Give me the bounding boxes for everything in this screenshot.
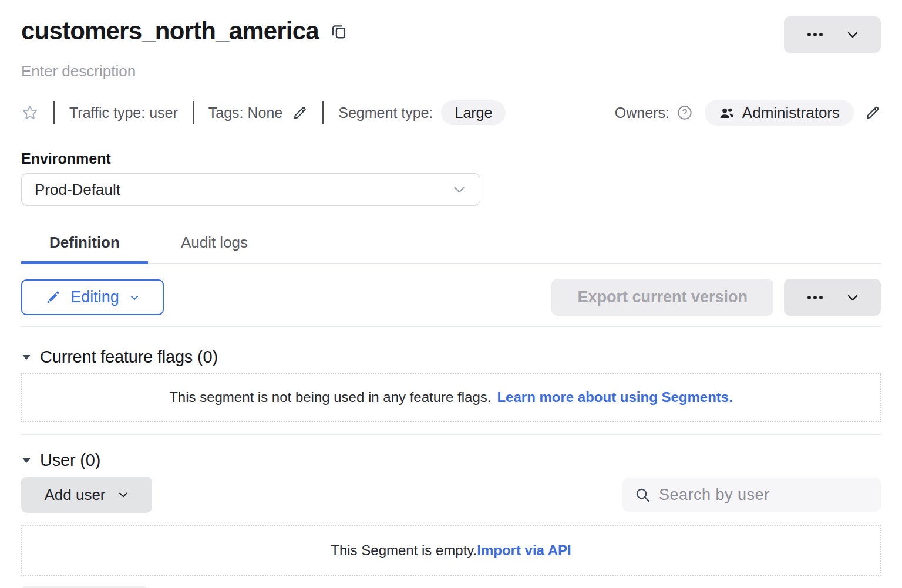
chevron-down-icon	[452, 182, 467, 197]
people-icon	[719, 105, 735, 121]
star-icon[interactable]	[21, 104, 39, 121]
segment-type-label: Segment type:	[338, 104, 433, 121]
editing-mode-button[interactable]: Editing	[21, 279, 164, 315]
page-title: customers_north_america	[21, 16, 319, 46]
environment-label: Environment	[21, 150, 881, 167]
definition-toolbar: Editing Export current version	[21, 279, 881, 316]
edit-owners-pencil-icon[interactable]	[864, 104, 881, 121]
definition-actions-button[interactable]	[784, 279, 881, 316]
owners-chip[interactable]: Administrators	[705, 100, 854, 126]
ellipsis-icon	[806, 288, 824, 307]
segment-empty-text: This Segment is empty.	[331, 542, 477, 559]
search-by-user-input[interactable]	[659, 486, 869, 504]
caret-down-icon	[21, 352, 32, 363]
chevron-down-icon	[117, 489, 129, 501]
search-icon	[634, 486, 651, 503]
segment-empty-state: This Segment is empty. Import via API	[21, 525, 881, 576]
chevron-down-icon	[129, 292, 140, 303]
user-heading: User (0)	[40, 451, 100, 470]
ellipsis-icon	[806, 25, 824, 44]
divider	[53, 101, 55, 124]
tags-label: Tags: None	[208, 104, 282, 121]
help-circle-icon[interactable]	[676, 104, 693, 121]
caret-down-icon	[21, 455, 32, 466]
import-via-api-link[interactable]: Import via API	[477, 542, 571, 559]
environment-select[interactable]: Prod-Default	[21, 173, 480, 206]
feature-flags-heading: Current feature flags (0)	[40, 347, 218, 367]
user-controls-row: Add user	[21, 477, 881, 513]
header-actions-button[interactable]	[784, 16, 881, 53]
feature-flags-empty-state: This segment is not being used in any fe…	[21, 373, 881, 422]
pencil-icon	[45, 290, 60, 305]
chevron-down-icon	[846, 28, 860, 42]
divider	[193, 101, 194, 124]
page-header: customers_north_america	[21, 16, 881, 53]
feature-flags-empty-text: This segment is not being used in any fe…	[169, 389, 491, 405]
environment-selected-value: Prod-Default	[35, 181, 120, 199]
tab-audit-logs[interactable]: Audit logs	[153, 225, 276, 264]
divider	[21, 434, 881, 435]
add-user-button[interactable]: Add user	[21, 477, 152, 513]
export-current-version-button[interactable]: Export current version	[551, 279, 773, 316]
meta-row: Traffic type: user Tags: None Segment ty…	[21, 100, 881, 126]
user-search-box	[622, 478, 881, 512]
segment-type-badge: Large	[441, 100, 506, 125]
learn-more-link[interactable]: Learn more about using Segments.	[497, 389, 732, 405]
user-section-header[interactable]: User (0)	[21, 451, 881, 470]
add-user-label: Add user	[44, 486, 105, 504]
description-placeholder[interactable]: Enter description	[21, 62, 881, 80]
divider	[21, 326, 881, 327]
traffic-type-label: Traffic type: user	[69, 104, 178, 121]
tab-bar: Definition Audit logs	[21, 225, 881, 264]
divider	[322, 101, 324, 124]
owners-value: Administrators	[742, 104, 840, 122]
feature-flags-section-header[interactable]: Current feature flags (0)	[21, 347, 881, 367]
segment-detail-page: customers_north_america Enter descriptio…	[0, 0, 902, 588]
edit-tags-pencil-icon[interactable]	[292, 105, 308, 121]
chevron-down-icon	[846, 290, 860, 305]
owners-label: Owners:	[615, 104, 669, 121]
tab-definition[interactable]: Definition	[21, 225, 148, 264]
editing-label: Editing	[70, 288, 119, 306]
copy-icon[interactable]	[331, 22, 347, 40]
